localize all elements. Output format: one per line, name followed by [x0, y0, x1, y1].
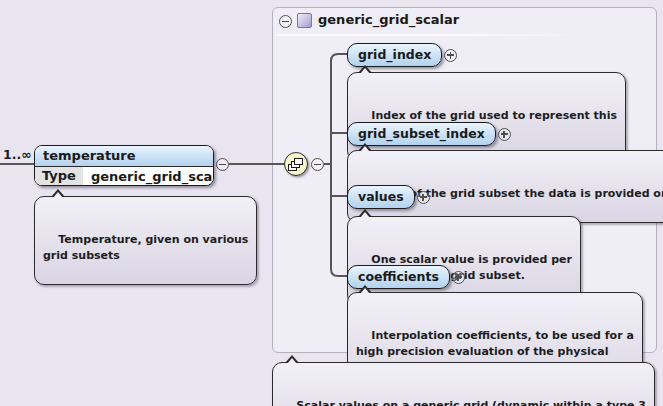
- expand-icon-coefficients[interactable]: [452, 271, 465, 284]
- complex-type-icon: [297, 13, 312, 28]
- type-value: generic_grid_scalar: [91, 169, 214, 184]
- xml-schema-diagram: generic_grid_scalar 1..∞ temperature Typ…: [0, 0, 663, 406]
- annotation-pointer-icon: [285, 355, 299, 363]
- expand-icon-grid-index[interactable]: [444, 49, 457, 62]
- element-values[interactable]: values: [347, 185, 415, 209]
- element-name: temperature: [35, 146, 213, 167]
- annotation-pointer-icon: [358, 65, 372, 73]
- annotation-grid-index: Index of the grid used to represent this…: [347, 72, 626, 161]
- cardinality-label: 1..∞: [3, 147, 32, 162]
- container-title: generic_grid_scalar: [318, 12, 459, 27]
- type-label: Type: [35, 167, 83, 185]
- annotation-generic-grid-scalar: Scalar values on a generic grid (dynamic…: [272, 362, 655, 406]
- element-temperature[interactable]: temperature Type generic_grid_scalar: [34, 145, 214, 186]
- annotation-temperature: Temperature, given on various grid subse…: [34, 196, 257, 285]
- collapse-icon-sequence[interactable]: [311, 158, 324, 171]
- annotation-pointer-icon: [358, 143, 372, 151]
- annotation-pointer-icon: [51, 189, 65, 197]
- collapse-icon-temperature[interactable]: [216, 158, 229, 171]
- element-grid-index[interactable]: grid_index: [347, 43, 442, 67]
- header-divider: [277, 34, 591, 36]
- expand-icon-values[interactable]: [417, 191, 430, 204]
- collapse-icon-container[interactable]: [279, 15, 292, 28]
- expand-icon-grid-subset-index[interactable]: [498, 128, 511, 141]
- annotation-pointer-icon: [358, 285, 372, 293]
- sequence-compositor-icon[interactable]: [284, 152, 308, 176]
- annotation-pointer-icon: [358, 209, 372, 217]
